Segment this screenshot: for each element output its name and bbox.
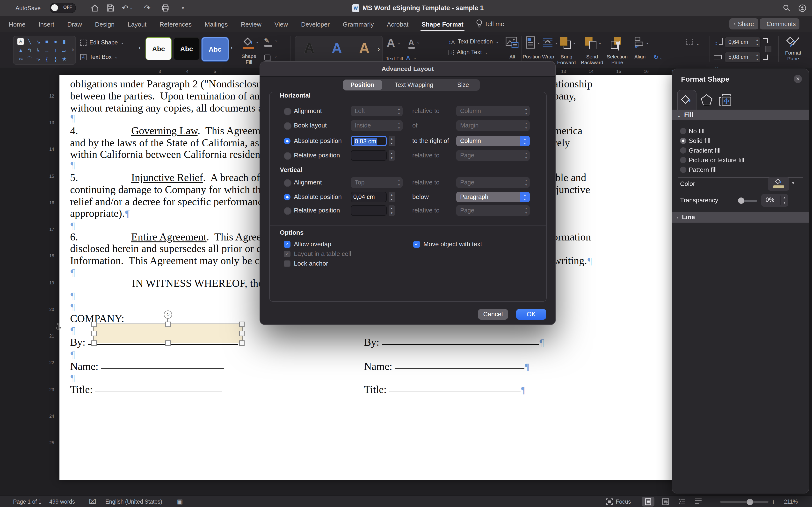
stepper-control[interactable]: ▲▼ [389, 192, 395, 202]
text-box-button[interactable]: A Text Box⌄ [80, 54, 118, 60]
radio-gradient-fill[interactable] [680, 147, 686, 154]
doc-text-line[interactable]: njunctive [551, 184, 590, 195]
style-gallery-next-icon[interactable]: › [231, 44, 233, 51]
zoom-slider-knob[interactable] [747, 499, 753, 505]
doc-text-line[interactable]: between the parties. Upon termination of… [70, 90, 265, 102]
resize-handle-sw[interactable] [91, 340, 97, 346]
radio-alignment[interactable] [284, 179, 292, 187]
shape-glyph[interactable]: ↰ [25, 46, 34, 55]
shape-fill-button[interactable]: ⌄ [243, 37, 254, 48]
shape-style-black[interactable]: Abc [173, 37, 200, 60]
zoom-slider-track[interactable] [720, 501, 768, 503]
zoom-in-icon[interactable]: + [771, 496, 775, 507]
alt-text-button[interactable] [506, 37, 519, 50]
doc-text-line[interactable]: ¶ [70, 159, 75, 170]
group-objects-button[interactable]: ⌄ [686, 38, 699, 47]
line-section-header[interactable]: ›Line [672, 212, 809, 223]
redo-icon[interactable]: ↷ [144, 0, 151, 16]
save-icon[interactable] [107, 0, 114, 16]
ribbon-tab-mailings[interactable]: Mailings [204, 16, 229, 32]
shape-glyph[interactable]: ⌒ [25, 55, 34, 63]
align-text-button[interactable]: ↕ Align Text⌄ [449, 49, 488, 56]
doc-text-line[interactable]: Title: [70, 383, 222, 395]
resize-handle-nw[interactable] [91, 322, 97, 327]
zoom-out-icon[interactable]: − [712, 496, 716, 507]
resize-handle-s[interactable] [165, 340, 170, 346]
web-layout-view-button[interactable] [659, 497, 672, 507]
shape-glyph[interactable]: ╲ [25, 37, 34, 46]
ribbon-tab-design[interactable]: Design [94, 16, 115, 32]
ribbon-tab-insert[interactable]: Insert [38, 16, 55, 32]
doc-text-line[interactable]: rely [553, 137, 570, 149]
doc-text-line[interactable]: and by the laws of the State of Californ… [70, 137, 266, 149]
ribbon-tab-shape-format[interactable]: Shape Format [420, 16, 464, 32]
wordart-more-icon[interactable]: › [378, 45, 380, 53]
resize-handle-n[interactable] [165, 322, 170, 327]
text-fill-button[interactable]: A ⌄ [387, 36, 395, 50]
doc-text-line[interactable]: 5.Injunctive Relief. A breach of [70, 172, 260, 183]
autosave-control[interactable]: AutoSave [15, 0, 41, 16]
format-pane-button[interactable] [786, 36, 800, 51]
fill-color-button[interactable] [768, 177, 789, 191]
doc-text-line[interactable]: COMPANY: [70, 313, 124, 325]
share-button[interactable]: Share [729, 18, 758, 30]
shape-glyph[interactable]: A [17, 38, 24, 45]
radio-absolute-position[interactable] [284, 193, 291, 201]
shape-outline-button[interactable]: ✎ ⌄ [264, 36, 269, 45]
radio-alignment[interactable] [284, 108, 292, 115]
shape-glyph[interactable]: ∿ [34, 55, 43, 63]
lock-aspect-icon[interactable] [765, 46, 771, 52]
shape-style-blue-selected[interactable]: Abc [202, 37, 229, 61]
doc-text-line[interactable]: ationship [553, 78, 592, 90]
radio-pattern-fill[interactable] [680, 167, 686, 173]
transparency-slider-knob[interactable] [738, 198, 744, 204]
fill-section-header[interactable]: ⌄Fill [672, 110, 809, 120]
resize-handle-ne[interactable] [239, 322, 245, 327]
doc-text-line[interactable]: appropriate).¶ [70, 208, 130, 219]
wordart-gallery[interactable]: A A A › [295, 36, 383, 65]
undo-icon[interactable]: ↶⌄ [122, 0, 133, 16]
transparency-stepper[interactable]: ▲▼ [783, 195, 786, 206]
print-layout-view-button[interactable] [642, 497, 654, 507]
doc-text-line[interactable]: IN WITNESS WHEREOF, the [70, 278, 263, 289]
zoom-level[interactable]: 211% [784, 496, 798, 507]
doc-text-line[interactable]: relief and/or a decree for specific perf… [70, 196, 267, 208]
doc-text-line[interactable]: ¶ [70, 349, 75, 360]
ribbon-tab-view[interactable]: View [273, 16, 289, 32]
text-outline-button[interactable]: A ⌄ [408, 38, 414, 47]
shape-glyph[interactable]: ∾ [16, 55, 25, 63]
resize-handle-e[interactable] [239, 331, 245, 336]
style-gallery-prev-icon[interactable]: ‹ [139, 44, 141, 51]
outline-view-button[interactable] [676, 497, 688, 507]
cancel-button[interactable]: Cancel [478, 309, 508, 320]
page-count[interactable]: Page 1 of 1 [13, 496, 42, 507]
shape-glyph[interactable]: } [51, 55, 60, 63]
insert-shapes-gallery[interactable]: A╲↘■●▮▲↰↳→↓▱∾⌒∿{}★ › [13, 36, 76, 65]
doc-text-line[interactable]: 6.Entire Agreement. This Agree [70, 231, 261, 243]
rotate-objects-button[interactable]: ↻⌄ [654, 53, 663, 61]
ribbon-tab-grammarly[interactable]: Grammarly [342, 16, 375, 32]
shape-height-field[interactable]: 0,64 cm ▲▼ [724, 37, 761, 48]
shape-glyph[interactable]: ■ [43, 37, 51, 46]
doc-text-line[interactable]: without retaining any copies, all docume… [70, 102, 266, 114]
panel-close-icon[interactable]: ✕ [794, 75, 802, 83]
shape-glyph[interactable]: ● [51, 37, 60, 46]
fill-color-dropdown-icon[interactable]: ▼ [791, 181, 795, 185]
radio-no-fill[interactable] [680, 128, 686, 134]
shape-glyph[interactable]: ▲ [16, 46, 25, 55]
radio-book-layout[interactable] [284, 122, 292, 130]
shape-glyph[interactable]: → [43, 46, 51, 55]
doc-text-line[interactable]: Name: ¶ [364, 360, 529, 372]
shape-style-white[interactable]: Abc [146, 37, 171, 60]
radio-solid-fill[interactable] [680, 137, 686, 144]
account-icon[interactable] [799, 0, 806, 16]
input-absolute-position[interactable]: 0,04 cm [351, 192, 387, 202]
comments-button[interactable]: Comments [760, 18, 800, 30]
transparency-field[interactable]: 0% ▲▼ [761, 194, 788, 207]
doc-text-line[interactable]: ¶ [70, 301, 75, 313]
autosave-toggle[interactable]: OFF [50, 3, 76, 13]
draft-view-button[interactable] [692, 497, 705, 507]
checkbox-move-object-with-text[interactable]: ✓ [413, 241, 420, 248]
shape-glyph[interactable]: ↓ [51, 46, 60, 55]
ribbon-tab-home[interactable]: Home [8, 16, 27, 32]
